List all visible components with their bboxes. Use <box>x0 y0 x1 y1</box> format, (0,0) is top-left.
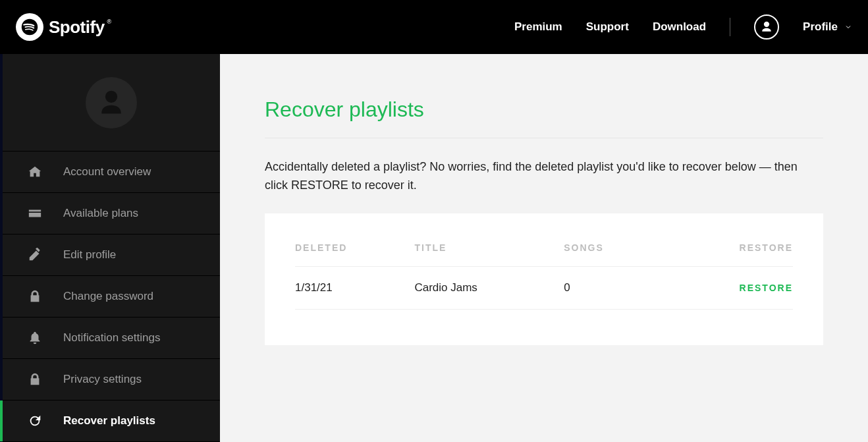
cell-songs: 0 <box>564 266 693 309</box>
column-restore: RESTORE <box>693 242 793 267</box>
sidebar-item-label: Recover playlists <box>63 414 155 428</box>
card-icon <box>28 206 42 221</box>
profile-label: Profile <box>803 20 838 34</box>
column-title: TITLE <box>414 242 564 267</box>
spotify-logo-icon <box>16 13 43 41</box>
account-sidebar: Account overview Available plans Edit pr… <box>0 54 220 442</box>
nav-divider <box>730 18 730 36</box>
playlists-card: DELETED TITLE SONGS RESTORE 1/31/21 Card… <box>265 213 823 345</box>
top-header: Spotify Premium Support Download Profile <box>0 0 868 54</box>
sidebar-item-account-overview[interactable]: Account overview <box>3 152 220 193</box>
restore-button[interactable]: RESTORE <box>693 283 793 293</box>
chevron-down-icon <box>844 23 852 31</box>
sidebar-item-label: Account overview <box>63 165 151 179</box>
sidebar-item-recover-playlists[interactable]: Recover playlists <box>3 401 220 442</box>
spotify-logo[interactable]: Spotify <box>16 13 105 41</box>
refresh-icon <box>28 414 42 428</box>
sidebar-avatar <box>3 54 220 152</box>
sidebar-item-privacy-settings[interactable]: Privacy settings <box>3 359 220 401</box>
sidebar-item-available-plans[interactable]: Available plans <box>3 193 220 235</box>
page-description: Accidentally deleted a playlist? No worr… <box>265 158 823 195</box>
sidebar-item-edit-profile[interactable]: Edit profile <box>3 235 220 276</box>
pencil-icon <box>28 248 42 262</box>
deleted-playlists-table: DELETED TITLE SONGS RESTORE 1/31/21 Card… <box>295 242 793 310</box>
user-silhouette-icon <box>97 88 126 117</box>
nav-download[interactable]: Download <box>653 20 706 34</box>
home-icon <box>28 165 42 179</box>
lock-icon <box>28 372 42 387</box>
sidebar-item-label: Change password <box>63 290 153 303</box>
column-songs: SONGS <box>564 242 693 267</box>
table-row: 1/31/21 Cardio Jams 0 RESTORE <box>295 266 793 309</box>
sidebar-item-notification-settings[interactable]: Notification settings <box>3 318 220 359</box>
header-avatar-icon[interactable] <box>754 14 779 40</box>
spotify-logo-text: Spotify <box>49 17 105 38</box>
sidebar-item-change-password[interactable]: Change password <box>3 276 220 318</box>
column-deleted: DELETED <box>295 242 414 267</box>
sidebar-item-label: Available plans <box>63 207 138 220</box>
profile-dropdown[interactable]: Profile <box>803 20 852 34</box>
nav-support[interactable]: Support <box>586 20 629 34</box>
sidebar-item-label: Privacy settings <box>63 373 142 386</box>
lock-icon <box>28 289 42 304</box>
sidebar-item-label: Notification settings <box>63 331 160 345</box>
main-content: Recover playlists Accidentally deleted a… <box>220 54 868 442</box>
page-title: Recover playlists <box>265 97 823 138</box>
cell-title: Cardio Jams <box>414 266 564 309</box>
header-nav: Premium Support Download Profile <box>514 14 852 40</box>
cell-deleted: 1/31/21 <box>295 266 414 309</box>
sidebar-item-label: Edit profile <box>63 248 116 262</box>
nav-premium[interactable]: Premium <box>514 20 562 34</box>
bell-icon <box>28 331 42 345</box>
